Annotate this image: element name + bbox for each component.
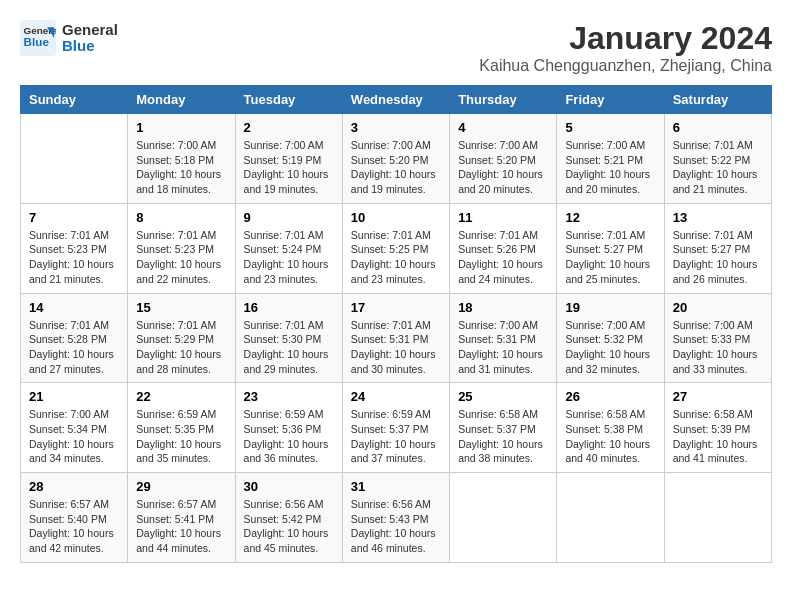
calendar-cell: 3 Sunrise: 7:00 AMSunset: 5:20 PMDayligh… — [342, 114, 449, 204]
day-info: Sunrise: 7:01 AMSunset: 5:23 PMDaylight:… — [29, 228, 119, 287]
day-info: Sunrise: 7:00 AMSunset: 5:19 PMDaylight:… — [244, 138, 334, 197]
calendar-cell: 16 Sunrise: 7:01 AMSunset: 5:30 PMDaylig… — [235, 293, 342, 383]
calendar-cell: 10 Sunrise: 7:01 AMSunset: 5:25 PMDaylig… — [342, 203, 449, 293]
page-header: General Blue General Blue January 2024 K… — [20, 20, 772, 75]
calendar-cell: 30 Sunrise: 6:56 AMSunset: 5:42 PMDaylig… — [235, 473, 342, 563]
day-number: 24 — [351, 389, 441, 404]
day-number: 25 — [458, 389, 548, 404]
day-info: Sunrise: 7:00 AMSunset: 5:20 PMDaylight:… — [458, 138, 548, 197]
day-info: Sunrise: 7:01 AMSunset: 5:22 PMDaylight:… — [673, 138, 763, 197]
calendar-cell: 12 Sunrise: 7:01 AMSunset: 5:27 PMDaylig… — [557, 203, 664, 293]
day-number: 26 — [565, 389, 655, 404]
calendar-cell: 23 Sunrise: 6:59 AMSunset: 5:36 PMDaylig… — [235, 383, 342, 473]
calendar-cell: 6 Sunrise: 7:01 AMSunset: 5:22 PMDayligh… — [664, 114, 771, 204]
calendar-cell: 26 Sunrise: 6:58 AMSunset: 5:38 PMDaylig… — [557, 383, 664, 473]
day-header-wednesday: Wednesday — [342, 86, 449, 114]
day-number: 1 — [136, 120, 226, 135]
day-number: 15 — [136, 300, 226, 315]
day-header-friday: Friday — [557, 86, 664, 114]
calendar-cell: 24 Sunrise: 6:59 AMSunset: 5:37 PMDaylig… — [342, 383, 449, 473]
logo-icon: General Blue — [20, 20, 56, 56]
calendar-cell: 7 Sunrise: 7:01 AMSunset: 5:23 PMDayligh… — [21, 203, 128, 293]
day-info: Sunrise: 6:58 AMSunset: 5:37 PMDaylight:… — [458, 407, 548, 466]
day-info: Sunrise: 7:01 AMSunset: 5:25 PMDaylight:… — [351, 228, 441, 287]
day-number: 5 — [565, 120, 655, 135]
page-subtitle: Kaihua Chengguanzhen, Zhejiang, China — [479, 57, 772, 75]
calendar-cell: 11 Sunrise: 7:01 AMSunset: 5:26 PMDaylig… — [450, 203, 557, 293]
day-info: Sunrise: 6:59 AMSunset: 5:35 PMDaylight:… — [136, 407, 226, 466]
week-row-4: 21 Sunrise: 7:00 AMSunset: 5:34 PMDaylig… — [21, 383, 772, 473]
calendar-cell: 19 Sunrise: 7:00 AMSunset: 5:32 PMDaylig… — [557, 293, 664, 383]
day-number: 8 — [136, 210, 226, 225]
logo-blue: Blue — [62, 38, 118, 55]
day-info: Sunrise: 7:01 AMSunset: 5:27 PMDaylight:… — [673, 228, 763, 287]
calendar-cell: 4 Sunrise: 7:00 AMSunset: 5:20 PMDayligh… — [450, 114, 557, 204]
day-header-thursday: Thursday — [450, 86, 557, 114]
calendar-cell: 13 Sunrise: 7:01 AMSunset: 5:27 PMDaylig… — [664, 203, 771, 293]
day-info: Sunrise: 6:56 AMSunset: 5:43 PMDaylight:… — [351, 497, 441, 556]
calendar-cell: 27 Sunrise: 6:58 AMSunset: 5:39 PMDaylig… — [664, 383, 771, 473]
day-number: 28 — [29, 479, 119, 494]
day-header-monday: Monday — [128, 86, 235, 114]
calendar-cell: 25 Sunrise: 6:58 AMSunset: 5:37 PMDaylig… — [450, 383, 557, 473]
calendar-cell: 18 Sunrise: 7:00 AMSunset: 5:31 PMDaylig… — [450, 293, 557, 383]
day-info: Sunrise: 6:58 AMSunset: 5:39 PMDaylight:… — [673, 407, 763, 466]
calendar-cell: 22 Sunrise: 6:59 AMSunset: 5:35 PMDaylig… — [128, 383, 235, 473]
day-info: Sunrise: 6:59 AMSunset: 5:36 PMDaylight:… — [244, 407, 334, 466]
day-info: Sunrise: 6:56 AMSunset: 5:42 PMDaylight:… — [244, 497, 334, 556]
day-info: Sunrise: 7:00 AMSunset: 5:20 PMDaylight:… — [351, 138, 441, 197]
week-row-5: 28 Sunrise: 6:57 AMSunset: 5:40 PMDaylig… — [21, 473, 772, 563]
week-row-2: 7 Sunrise: 7:01 AMSunset: 5:23 PMDayligh… — [21, 203, 772, 293]
day-number: 20 — [673, 300, 763, 315]
day-info: Sunrise: 7:01 AMSunset: 5:30 PMDaylight:… — [244, 318, 334, 377]
day-number: 22 — [136, 389, 226, 404]
day-info: Sunrise: 7:01 AMSunset: 5:27 PMDaylight:… — [565, 228, 655, 287]
day-info: Sunrise: 6:59 AMSunset: 5:37 PMDaylight:… — [351, 407, 441, 466]
calendar-cell: 2 Sunrise: 7:00 AMSunset: 5:19 PMDayligh… — [235, 114, 342, 204]
day-number: 16 — [244, 300, 334, 315]
page-title: January 2024 — [479, 20, 772, 57]
day-info: Sunrise: 6:58 AMSunset: 5:38 PMDaylight:… — [565, 407, 655, 466]
day-number: 11 — [458, 210, 548, 225]
calendar-cell: 8 Sunrise: 7:01 AMSunset: 5:23 PMDayligh… — [128, 203, 235, 293]
day-info: Sunrise: 6:57 AMSunset: 5:41 PMDaylight:… — [136, 497, 226, 556]
day-info: Sunrise: 7:01 AMSunset: 5:28 PMDaylight:… — [29, 318, 119, 377]
week-row-3: 14 Sunrise: 7:01 AMSunset: 5:28 PMDaylig… — [21, 293, 772, 383]
calendar-cell: 17 Sunrise: 7:01 AMSunset: 5:31 PMDaylig… — [342, 293, 449, 383]
day-info: Sunrise: 7:01 AMSunset: 5:23 PMDaylight:… — [136, 228, 226, 287]
day-number: 17 — [351, 300, 441, 315]
logo: General Blue General Blue — [20, 20, 118, 56]
calendar-cell — [557, 473, 664, 563]
day-number: 31 — [351, 479, 441, 494]
title-block: January 2024 Kaihua Chengguanzhen, Zheji… — [479, 20, 772, 75]
svg-text:Blue: Blue — [24, 35, 50, 48]
day-info: Sunrise: 7:00 AMSunset: 5:18 PMDaylight:… — [136, 138, 226, 197]
calendar-cell: 15 Sunrise: 7:01 AMSunset: 5:29 PMDaylig… — [128, 293, 235, 383]
day-number: 10 — [351, 210, 441, 225]
day-header-sunday: Sunday — [21, 86, 128, 114]
day-number: 3 — [351, 120, 441, 135]
day-number: 6 — [673, 120, 763, 135]
calendar-cell: 28 Sunrise: 6:57 AMSunset: 5:40 PMDaylig… — [21, 473, 128, 563]
day-header-saturday: Saturday — [664, 86, 771, 114]
day-number: 23 — [244, 389, 334, 404]
days-header-row: SundayMondayTuesdayWednesdayThursdayFrid… — [21, 86, 772, 114]
day-number: 29 — [136, 479, 226, 494]
day-info: Sunrise: 7:01 AMSunset: 5:31 PMDaylight:… — [351, 318, 441, 377]
day-number: 30 — [244, 479, 334, 494]
day-number: 13 — [673, 210, 763, 225]
calendar-cell: 21 Sunrise: 7:00 AMSunset: 5:34 PMDaylig… — [21, 383, 128, 473]
calendar-cell: 31 Sunrise: 6:56 AMSunset: 5:43 PMDaylig… — [342, 473, 449, 563]
day-info: Sunrise: 7:01 AMSunset: 5:24 PMDaylight:… — [244, 228, 334, 287]
day-number: 18 — [458, 300, 548, 315]
day-header-tuesday: Tuesday — [235, 86, 342, 114]
day-number: 9 — [244, 210, 334, 225]
day-number: 19 — [565, 300, 655, 315]
day-info: Sunrise: 6:57 AMSunset: 5:40 PMDaylight:… — [29, 497, 119, 556]
calendar-cell — [21, 114, 128, 204]
calendar-cell: 9 Sunrise: 7:01 AMSunset: 5:24 PMDayligh… — [235, 203, 342, 293]
day-number: 21 — [29, 389, 119, 404]
day-info: Sunrise: 7:00 AMSunset: 5:34 PMDaylight:… — [29, 407, 119, 466]
calendar-cell: 5 Sunrise: 7:00 AMSunset: 5:21 PMDayligh… — [557, 114, 664, 204]
logo-general: General — [62, 22, 118, 39]
